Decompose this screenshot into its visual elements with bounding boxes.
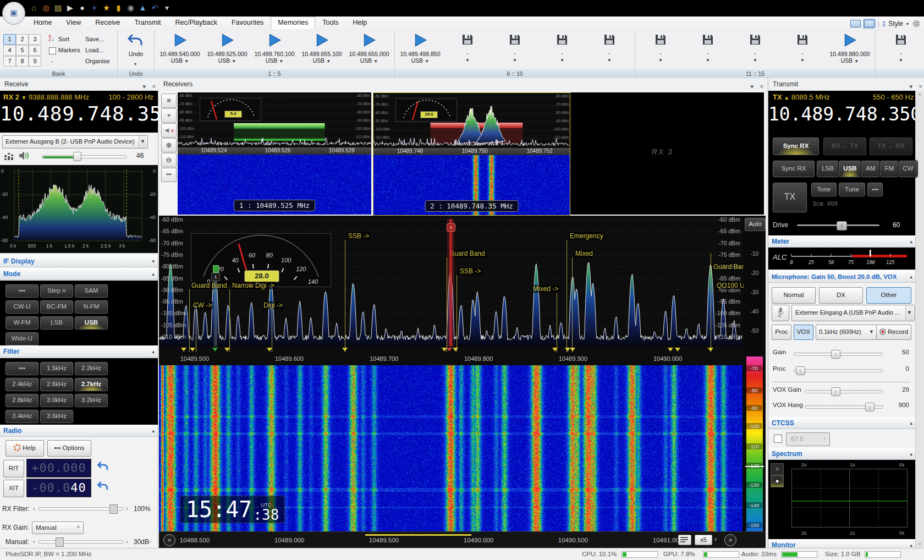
- tab-view[interactable]: View: [59, 17, 88, 29]
- tab-memories[interactable]: Memories: [271, 17, 315, 29]
- ctcss-tone-select[interactable]: 67.0 ˅: [786, 432, 830, 446]
- app-menu-button[interactable]: ▣: [2, 2, 25, 25]
- resolution-icon[interactable]: [678, 535, 691, 545]
- volume-slider-handle[interactable]: [73, 152, 81, 161]
- memory-slot[interactable]: -▼: [637, 33, 684, 63]
- style-caret-icon[interactable]: ▾: [906, 21, 909, 26]
- mode-section-header[interactable]: Mode ▴: [0, 268, 158, 280]
- splitter-handle[interactable]: ·········: [427, 361, 452, 367]
- volume-slider[interactable]: [42, 155, 127, 158]
- equalizer-icon[interactable]: [4, 152, 14, 162]
- microphone-collapse-icon[interactable]: ▴: [910, 271, 912, 283]
- tx-ptt-button[interactable]: TX: [773, 183, 807, 212]
- mode-button-WFM[interactable]: W-FM: [6, 316, 38, 330]
- scope-mode1-button[interactable]: ○: [771, 463, 784, 475]
- memory-mode[interactable]: ▼: [684, 56, 732, 63]
- memory-frequency[interactable]: 10.489.525.000: [204, 51, 251, 57]
- filter-button-3.6kHz[interactable]: 3.6kHz: [40, 410, 73, 423]
- tab-help[interactable]: Help: [345, 17, 374, 29]
- slider-handle[interactable]: ||: [831, 387, 840, 396]
- drive-slider-handle[interactable]: ||: [837, 221, 847, 230]
- tx-frequency-display[interactable]: 10.489.748.350: [768, 103, 916, 125]
- if-display-collapse-icon[interactable]: ▾: [152, 256, 155, 267]
- memory-mode[interactable]: USB ▼: [345, 57, 393, 64]
- memory-mode[interactable]: USB ▼: [204, 57, 251, 64]
- vox-frequency-select[interactable]: 0.1kHz (600Hz) ▼: [816, 325, 877, 340]
- undo-button[interactable]: Undo: [118, 51, 154, 57]
- dual-monitor-icon[interactable]: [864, 20, 875, 28]
- tune-marker-icon[interactable]: [675, 348, 680, 352]
- ctcss-caret-icon[interactable]: ˅: [821, 433, 828, 446]
- tab-receive[interactable]: Receive: [88, 17, 127, 29]
- filter-button-3.4kHz[interactable]: 3.4kHz: [6, 410, 38, 423]
- help-ring-icon[interactable]: ◎: [41, 3, 51, 13]
- panel-scroll-up-icon[interactable]: ˄: [148, 94, 151, 99]
- mode-button-SAM[interactable]: SAM: [75, 284, 108, 298]
- memory-slot[interactable]: 10.489.540.000USB ▼: [156, 33, 204, 64]
- zoom-in-icon[interactable]: ⊕: [161, 138, 177, 152]
- tab-recplayback[interactable]: Rec/Playback: [168, 17, 224, 29]
- bank-cell-5[interactable]: 5: [16, 45, 29, 56]
- audio-output-select[interactable]: Externer Ausgang B (2- USB PnP Audio Dev…: [2, 135, 148, 149]
- mode-collapse-icon[interactable]: ▴: [152, 268, 155, 280]
- mode-button-[interactable]: •••: [6, 284, 38, 298]
- tx-more-button[interactable]: •••: [867, 183, 883, 196]
- mode-button-USB[interactable]: USB: [75, 316, 108, 330]
- home-icon[interactable]: ⌂: [29, 3, 39, 13]
- memory-frequency[interactable]: -: [586, 50, 633, 56]
- legend-threshold-line[interactable]: [745, 466, 764, 467]
- save-button[interactable]: Save...: [85, 36, 104, 42]
- sort-icon[interactable]: AZ↓: [48, 34, 54, 43]
- memory-frequency[interactable]: -: [732, 50, 779, 56]
- bank-cell-9[interactable]: 9: [29, 56, 41, 67]
- vox-frequency-caret-icon[interactable]: ▼: [868, 325, 875, 339]
- bank-cell-4[interactable]: 4: [3, 45, 16, 56]
- step-right-icon[interactable]: ›: [714, 535, 717, 543]
- scope-mode2-button[interactable]: ●: [771, 475, 784, 487]
- tx-spectrum-section-header[interactable]: Spectrum ▴: [768, 448, 916, 460]
- tone-button[interactable]: Tone: [811, 183, 837, 196]
- tune-marker-icon[interactable]: [267, 348, 272, 352]
- memory-mode[interactable]: ▼: [444, 56, 491, 63]
- memory-slot[interactable]: -▼: [877, 33, 924, 63]
- tx-mode-usb[interactable]: USB: [839, 161, 861, 177]
- mode-button-CWU[interactable]: CW-U: [6, 300, 38, 314]
- antenna-icon[interactable]: ▲: [138, 3, 148, 13]
- more-icon[interactable]: ▾: [162, 3, 172, 13]
- camera-icon[interactable]: ◉: [125, 3, 136, 13]
- tune-marker-icon[interactable]: [708, 348, 713, 352]
- memory-mode[interactable]: USB ▼: [156, 57, 204, 64]
- menu-icon[interactable]: ≡: [161, 94, 177, 108]
- filter-button-2.8kHz[interactable]: 2.8kHz: [6, 394, 38, 407]
- record-icon[interactable]: ●: [77, 3, 87, 13]
- rx-gain-select[interactable]: Manual ˅: [32, 521, 84, 534]
- bank-cell-6[interactable]: 6: [29, 45, 41, 56]
- tx-mode-am[interactable]: AM: [861, 161, 880, 177]
- memory-frequency[interactable]: -: [637, 50, 684, 56]
- receiver-thumb-2[interactable]: -60 dBm-60 dBm-70 dBm-70 dBm-80 dBm-80 d…: [373, 92, 570, 216]
- tab-transmit[interactable]: Transmit: [127, 17, 168, 29]
- rit-reset-icon[interactable]: [97, 461, 109, 474]
- tune-marker-icon[interactable]: [181, 348, 186, 352]
- bank-cell-1[interactable]: 1: [3, 34, 16, 45]
- slider-handle[interactable]: ||: [865, 403, 875, 411]
- tx-mode-fm[interactable]: FM: [880, 161, 899, 177]
- mode-button-BCFM[interactable]: BC-FM: [40, 300, 73, 314]
- rx-filter-slider[interactable]: [38, 507, 123, 510]
- undo-icon[interactable]: ↶: [150, 3, 160, 13]
- memory-frequency[interactable]: 10.489.655.100: [298, 51, 345, 57]
- gear-icon[interactable]: [912, 19, 921, 28]
- add-receiver-icon[interactable]: +: [161, 108, 177, 123]
- ctcss-collapse-icon[interactable]: ▴: [910, 418, 912, 429]
- memory-frequency[interactable]: 10.489.540.000: [156, 51, 204, 57]
- sort-button[interactable]: Sort: [58, 36, 69, 42]
- sync-rx-button[interactable]: Sync RX: [773, 138, 819, 155]
- memory-slot[interactable]: 10.489.498.850USB ▼: [397, 33, 444, 64]
- memory-slot[interactable]: -▼: [732, 33, 779, 63]
- sync-rx-mode-button[interactable]: Sync RX: [773, 161, 815, 177]
- folder-icon[interactable]: ▤: [53, 3, 63, 13]
- memory-mode[interactable]: ▼: [637, 56, 684, 63]
- markers-label[interactable]: Markers: [58, 47, 80, 53]
- memory-slot[interactable]: -▼: [538, 33, 586, 63]
- panel-scroll-down-icon[interactable]: ˅: [148, 539, 151, 545]
